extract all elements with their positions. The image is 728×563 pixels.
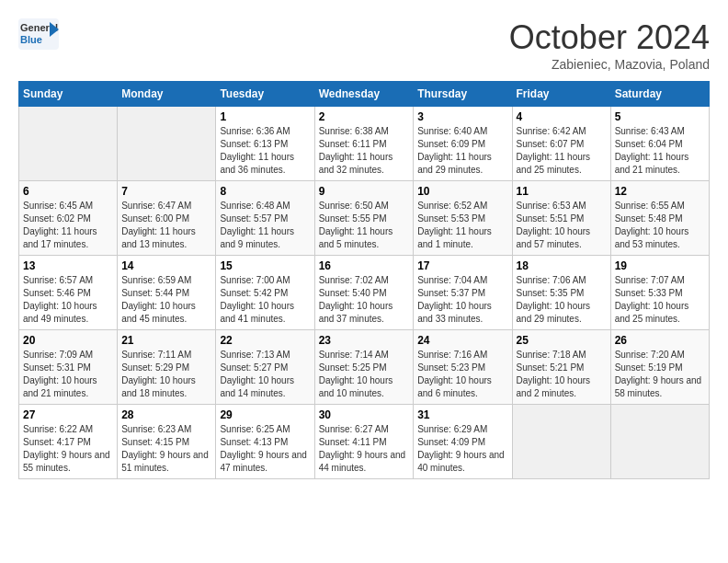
calendar-cell: 11Sunrise: 6:53 AMSunset: 5:51 PMDayligh… [512,181,610,256]
day-number: 10 [417,185,507,198]
day-info: Sunrise: 6:53 AMSunset: 5:51 PMDaylight:… [517,200,607,251]
calendar-cell: 9Sunrise: 6:50 AMSunset: 5:55 PMDaylight… [314,181,414,256]
calendar-cell: 12Sunrise: 6:55 AMSunset: 5:48 PMDayligh… [610,181,709,256]
day-number: 8 [220,185,310,198]
day-info: Sunrise: 6:59 AMSunset: 5:44 PMDaylight:… [121,274,211,326]
day-number: 11 [517,185,607,198]
day-number: 18 [517,259,607,272]
day-info: Sunrise: 7:07 AMSunset: 5:33 PMDaylight:… [615,274,705,326]
calendar-cell: 16Sunrise: 7:02 AMSunset: 5:40 PMDayligh… [314,256,414,330]
calendar-cell: 23Sunrise: 7:14 AMSunset: 5:25 PMDayligh… [314,330,414,405]
calendar-cell: 27Sunrise: 6:22 AMSunset: 4:17 PMDayligh… [19,405,118,479]
month-title: October 2024 [509,18,710,57]
calendar-cell: 19Sunrise: 7:07 AMSunset: 5:33 PMDayligh… [610,256,709,330]
day-number: 28 [121,408,211,421]
calendar-cell: 17Sunrise: 7:04 AMSunset: 5:37 PMDayligh… [414,256,512,330]
day-number: 7 [121,185,211,198]
calendar-cell: 25Sunrise: 7:18 AMSunset: 5:21 PMDayligh… [512,330,610,405]
day-number: 20 [23,334,113,347]
day-info: Sunrise: 6:27 AMSunset: 4:11 PMDaylight:… [319,423,410,475]
day-number: 27 [23,408,113,421]
day-number: 14 [121,259,211,272]
day-number: 9 [319,185,410,198]
calendar-cell: 24Sunrise: 7:16 AMSunset: 5:23 PMDayligh… [414,330,512,405]
calendar-cell: 29Sunrise: 6:25 AMSunset: 4:13 PMDayligh… [216,405,314,479]
calendar-cell: 6Sunrise: 6:45 AMSunset: 6:02 PMDaylight… [19,181,118,256]
day-info: Sunrise: 6:22 AMSunset: 4:17 PMDaylight:… [23,423,113,475]
logo: General Blue [18,18,59,50]
calendar-cell: 7Sunrise: 6:47 AMSunset: 6:00 PMDaylight… [118,181,216,256]
day-info: Sunrise: 6:48 AMSunset: 5:57 PMDaylight:… [220,200,310,251]
calendar-cell: 1Sunrise: 6:36 AMSunset: 6:13 PMDaylight… [216,107,314,181]
calendar-cell: 31Sunrise: 6:29 AMSunset: 4:09 PMDayligh… [414,405,512,479]
day-number: 3 [417,110,507,123]
weekday-header-thursday: Thursday [414,82,512,107]
calendar-cell: 30Sunrise: 6:27 AMSunset: 4:11 PMDayligh… [314,405,414,479]
day-number: 24 [417,334,507,347]
calendar-cell: 8Sunrise: 6:48 AMSunset: 5:57 PMDaylight… [216,181,314,256]
day-number: 15 [220,259,310,272]
logo-icon: General Blue [18,18,59,50]
day-info: Sunrise: 6:25 AMSunset: 4:13 PMDaylight:… [220,423,310,475]
calendar-cell [512,405,610,479]
day-number: 16 [319,259,410,272]
title-section: October 2024 Zabieniec, Mazovia, Poland [509,18,710,72]
day-info: Sunrise: 7:02 AMSunset: 5:40 PMDaylight:… [319,274,410,326]
day-info: Sunrise: 6:50 AMSunset: 5:55 PMDaylight:… [319,200,410,251]
weekday-header-wednesday: Wednesday [314,82,414,107]
day-info: Sunrise: 6:57 AMSunset: 5:46 PMDaylight:… [23,274,113,326]
calendar-cell: 28Sunrise: 6:23 AMSunset: 4:15 PMDayligh… [118,405,216,479]
day-number: 21 [121,334,211,347]
day-number: 1 [220,110,310,123]
calendar-table: SundayMondayTuesdayWednesdayThursdayFrid… [18,81,710,479]
day-info: Sunrise: 6:40 AMSunset: 6:09 PMDaylight:… [417,125,507,177]
day-number: 31 [417,408,507,421]
weekday-header-tuesday: Tuesday [216,82,314,107]
day-number: 17 [417,259,507,272]
weekday-header-friday: Friday [512,82,610,107]
day-info: Sunrise: 6:38 AMSunset: 6:11 PMDaylight:… [319,125,410,177]
svg-text:Blue: Blue [20,34,42,45]
calendar-cell: 15Sunrise: 7:00 AMSunset: 5:42 PMDayligh… [216,256,314,330]
calendar-cell: 10Sunrise: 6:52 AMSunset: 5:53 PMDayligh… [414,181,512,256]
calendar-cell: 3Sunrise: 6:40 AMSunset: 6:09 PMDaylight… [414,107,512,181]
calendar-cell: 4Sunrise: 6:42 AMSunset: 6:07 PMDaylight… [512,107,610,181]
day-number: 12 [615,185,705,198]
day-info: Sunrise: 6:43 AMSunset: 6:04 PMDaylight:… [615,125,705,177]
day-info: Sunrise: 7:00 AMSunset: 5:42 PMDaylight:… [220,274,310,326]
weekday-header-saturday: Saturday [610,82,709,107]
day-info: Sunrise: 6:42 AMSunset: 6:07 PMDaylight:… [517,125,607,177]
day-info: Sunrise: 6:23 AMSunset: 4:15 PMDaylight:… [121,423,211,475]
day-info: Sunrise: 7:06 AMSunset: 5:35 PMDaylight:… [517,274,607,326]
calendar-cell: 2Sunrise: 6:38 AMSunset: 6:11 PMDaylight… [314,107,414,181]
day-info: Sunrise: 7:11 AMSunset: 5:29 PMDaylight:… [121,349,211,400]
day-number: 2 [319,110,410,123]
day-info: Sunrise: 6:52 AMSunset: 5:53 PMDaylight:… [417,200,507,251]
day-info: Sunrise: 7:18 AMSunset: 5:21 PMDaylight:… [517,349,607,400]
day-number: 5 [615,110,705,123]
day-info: Sunrise: 7:13 AMSunset: 5:27 PMDaylight:… [220,349,310,400]
page-header: General Blue October 2024 Zabieniec, Maz… [18,18,710,72]
day-info: Sunrise: 6:47 AMSunset: 6:00 PMDaylight:… [121,200,211,251]
calendar-cell: 18Sunrise: 7:06 AMSunset: 5:35 PMDayligh… [512,256,610,330]
day-number: 30 [319,408,410,421]
day-number: 13 [23,259,113,272]
day-number: 23 [319,334,410,347]
day-info: Sunrise: 7:09 AMSunset: 5:31 PMDaylight:… [23,349,113,400]
day-info: Sunrise: 7:04 AMSunset: 5:37 PMDaylight:… [417,274,507,326]
calendar-cell: 21Sunrise: 7:11 AMSunset: 5:29 PMDayligh… [118,330,216,405]
calendar-cell [610,405,709,479]
calendar-cell [118,107,216,181]
weekday-header-monday: Monday [118,82,216,107]
calendar-cell: 22Sunrise: 7:13 AMSunset: 5:27 PMDayligh… [216,330,314,405]
weekday-header-sunday: Sunday [19,82,118,107]
day-info: Sunrise: 7:20 AMSunset: 5:19 PMDaylight:… [615,349,705,400]
calendar-cell: 20Sunrise: 7:09 AMSunset: 5:31 PMDayligh… [19,330,118,405]
calendar-cell [19,107,118,181]
calendar-cell: 5Sunrise: 6:43 AMSunset: 6:04 PMDaylight… [610,107,709,181]
day-number: 4 [517,110,607,123]
day-number: 25 [517,334,607,347]
day-number: 22 [220,334,310,347]
day-number: 26 [615,334,705,347]
day-info: Sunrise: 7:16 AMSunset: 5:23 PMDaylight:… [417,349,507,400]
